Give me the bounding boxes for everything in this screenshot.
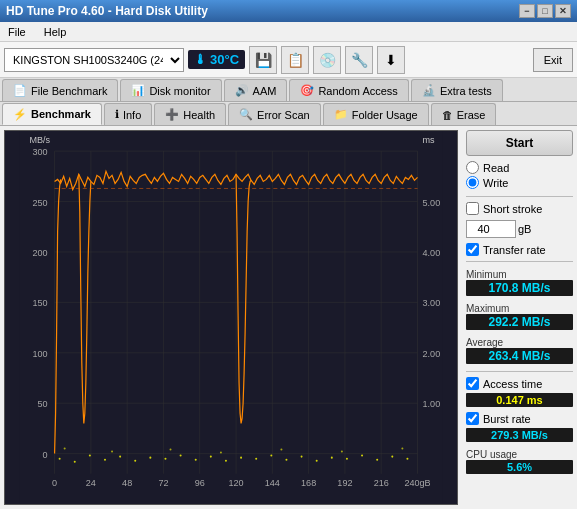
svg-point-58 bbox=[301, 456, 303, 458]
access-time-checkbox[interactable] bbox=[466, 377, 479, 390]
svg-text:216: 216 bbox=[374, 478, 389, 488]
svg-text:3.00: 3.00 bbox=[423, 298, 441, 308]
divider-2 bbox=[466, 261, 573, 262]
stroke-value-input[interactable] bbox=[466, 220, 516, 238]
close-button[interactable]: ✕ bbox=[555, 4, 571, 18]
svg-text:4.00: 4.00 bbox=[423, 248, 441, 258]
temperature-display: 🌡 30°C bbox=[188, 50, 245, 69]
transfer-rate-label[interactable]: Transfer rate bbox=[466, 243, 573, 256]
divider-3 bbox=[466, 371, 573, 372]
toolbar-btn-2[interactable]: 📋 bbox=[281, 46, 309, 74]
y-axis-left-label: MB/s bbox=[29, 135, 50, 145]
minimize-button[interactable]: − bbox=[519, 4, 535, 18]
tab-info[interactable]: ℹ Info bbox=[104, 103, 152, 125]
cpu-usage-value: 5.6% bbox=[466, 460, 573, 474]
svg-point-61 bbox=[346, 458, 348, 460]
burst-rate-checkbox[interactable] bbox=[466, 412, 479, 425]
right-panel: Start Read Write Short stroke gB Transfe… bbox=[462, 126, 577, 509]
file-benchmark-icon: 📄 bbox=[13, 84, 27, 97]
burst-rate-value: 279.3 MB/s bbox=[466, 428, 573, 442]
svg-point-48 bbox=[149, 457, 151, 459]
access-time-value: 0.147 ms bbox=[466, 393, 573, 407]
maximum-value: 292.2 MB/s bbox=[466, 314, 573, 330]
toolbar-btn-5[interactable]: ⬇ bbox=[377, 46, 405, 74]
exit-button[interactable]: Exit bbox=[533, 48, 573, 72]
menu-file[interactable]: File bbox=[4, 24, 30, 40]
svg-point-68 bbox=[170, 449, 172, 451]
svg-point-54 bbox=[240, 457, 242, 459]
menu-bar: File Help bbox=[0, 22, 577, 42]
title-bar: HD Tune Pro 4.60 - Hard Disk Utility − □… bbox=[0, 0, 577, 22]
temperature-value: 30°C bbox=[210, 52, 239, 67]
tab-disk-monitor[interactable]: 📊 Disk monitor bbox=[120, 79, 221, 101]
drive-select[interactable]: KINGSTON SH100S3240G (240 gB) bbox=[4, 48, 184, 72]
short-stroke-checkbox[interactable] bbox=[466, 202, 479, 215]
tabs-row2: ⚡ Benchmark ℹ Info ➕ Health 🔍 Error Scan… bbox=[0, 102, 577, 126]
svg-text:150: 150 bbox=[32, 298, 47, 308]
burst-rate-label[interactable]: Burst rate bbox=[466, 412, 573, 425]
tab-aam[interactable]: 🔊 AAM bbox=[224, 79, 288, 101]
svg-point-52 bbox=[210, 456, 212, 458]
svg-point-50 bbox=[180, 455, 182, 457]
svg-text:192: 192 bbox=[337, 478, 352, 488]
tab-error-scan[interactable]: 🔍 Error Scan bbox=[228, 103, 321, 125]
svg-text:0: 0 bbox=[52, 478, 57, 488]
info-icon: ℹ bbox=[115, 108, 119, 121]
tab-benchmark[interactable]: ⚡ Benchmark bbox=[2, 103, 102, 125]
svg-point-55 bbox=[255, 458, 257, 460]
minimum-value: 170.8 MB/s bbox=[466, 280, 573, 296]
svg-text:240gB: 240gB bbox=[404, 478, 430, 488]
svg-point-42 bbox=[59, 458, 61, 460]
read-radio[interactable] bbox=[466, 161, 479, 174]
svg-point-69 bbox=[220, 452, 222, 454]
tab-folder-usage[interactable]: 📁 Folder Usage bbox=[323, 103, 429, 125]
svg-point-64 bbox=[391, 456, 393, 458]
svg-point-59 bbox=[316, 460, 318, 462]
toolbar-btn-3[interactable]: 💿 bbox=[313, 46, 341, 74]
svg-text:120: 120 bbox=[228, 478, 243, 488]
tab-random-access[interactable]: 🎯 Random Access bbox=[289, 79, 408, 101]
health-icon: ➕ bbox=[165, 108, 179, 121]
svg-text:2.00: 2.00 bbox=[423, 349, 441, 359]
svg-point-67 bbox=[111, 451, 113, 453]
menu-help[interactable]: Help bbox=[40, 24, 71, 40]
start-button[interactable]: Start bbox=[466, 130, 573, 156]
aam-icon: 🔊 bbox=[235, 84, 249, 97]
tab-erase[interactable]: 🗑 Erase bbox=[431, 103, 497, 125]
error-scan-icon: 🔍 bbox=[239, 108, 253, 121]
tab-health[interactable]: ➕ Health bbox=[154, 103, 226, 125]
transfer-rate-checkbox[interactable] bbox=[466, 243, 479, 256]
write-radio[interactable] bbox=[466, 176, 479, 189]
write-radio-label[interactable]: Write bbox=[466, 176, 573, 189]
short-stroke-label[interactable]: Short stroke bbox=[466, 202, 573, 215]
svg-text:24: 24 bbox=[86, 478, 96, 488]
tab-extra-tests[interactable]: 🔬 Extra tests bbox=[411, 79, 503, 101]
svg-text:0: 0 bbox=[42, 450, 47, 460]
svg-point-60 bbox=[331, 457, 333, 459]
read-write-group: Read Write bbox=[466, 161, 573, 189]
toolbar-btn-4[interactable]: 🔧 bbox=[345, 46, 373, 74]
svg-point-47 bbox=[134, 460, 136, 462]
svg-rect-0 bbox=[19, 131, 442, 504]
divider-1 bbox=[466, 196, 573, 197]
svg-text:50: 50 bbox=[37, 399, 47, 409]
svg-point-56 bbox=[270, 455, 272, 457]
folder-usage-icon: 📁 bbox=[334, 108, 348, 121]
minimum-stat: Minimum 170.8 MB/s bbox=[466, 269, 573, 296]
svg-point-63 bbox=[376, 459, 378, 461]
svg-point-70 bbox=[280, 449, 282, 451]
main-content: MB/s ms 300 250 200 bbox=[0, 126, 577, 509]
extra-tests-icon: 🔬 bbox=[422, 84, 436, 97]
tabs-row1: 📄 File Benchmark 📊 Disk monitor 🔊 AAM 🎯 … bbox=[0, 78, 577, 102]
tab-file-benchmark[interactable]: 📄 File Benchmark bbox=[2, 79, 118, 101]
title-text: HD Tune Pro 4.60 - Hard Disk Utility bbox=[6, 4, 208, 18]
toolbar-btn-1[interactable]: 💾 bbox=[249, 46, 277, 74]
svg-text:200: 200 bbox=[32, 248, 47, 258]
read-radio-label[interactable]: Read bbox=[466, 161, 573, 174]
random-access-icon: 🎯 bbox=[300, 84, 314, 97]
access-time-label[interactable]: Access time bbox=[466, 377, 573, 390]
svg-text:48: 48 bbox=[122, 478, 132, 488]
maximize-button[interactable]: □ bbox=[537, 4, 553, 18]
maximum-stat: Maximum 292.2 MB/s bbox=[466, 303, 573, 330]
svg-point-65 bbox=[406, 458, 408, 460]
